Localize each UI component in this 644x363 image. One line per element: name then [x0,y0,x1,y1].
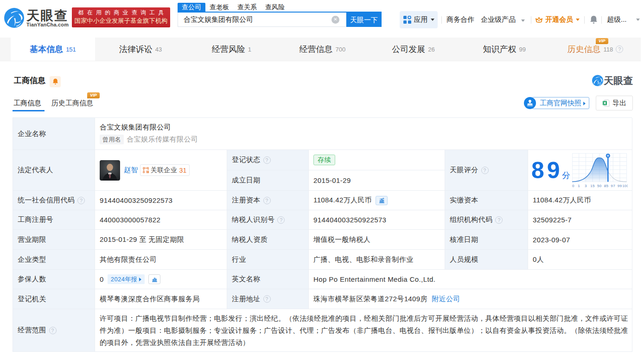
svg-text:97: 97 [611,184,615,188]
svg-text:企: 企 [146,170,148,173]
svg-text:50: 50 [597,184,602,188]
svg-text:3: 3 [585,184,587,188]
svg-text:85: 85 [604,184,609,188]
svg-text:15: 15 [590,184,595,188]
svg-text:1: 1 [578,184,580,188]
svg-text:100: 100 [622,184,628,188]
svg-text:99: 99 [618,184,622,188]
svg-text:0: 0 [572,184,574,188]
